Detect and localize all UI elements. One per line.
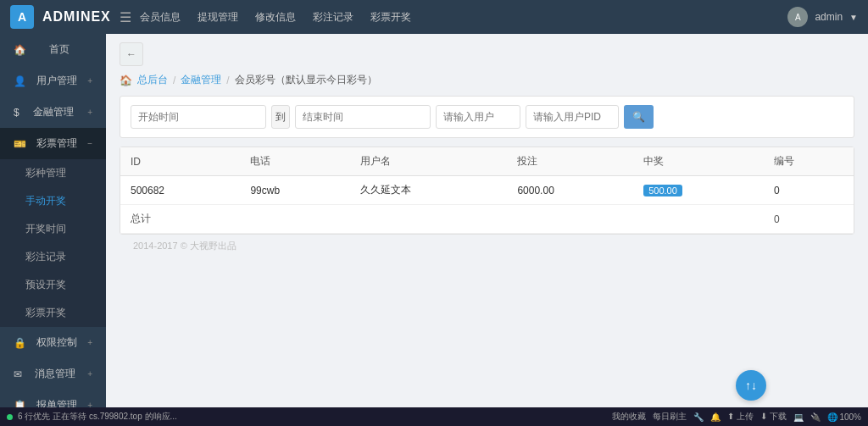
sidebar-item-label: 消息管理 bbox=[35, 367, 75, 381]
message-icon: ✉ bbox=[14, 368, 22, 380]
total-label: 总计 bbox=[120, 205, 240, 234]
admin-name: admin bbox=[815, 11, 843, 23]
nav-item-members[interactable]: 会员信息 bbox=[140, 10, 181, 25]
back-button[interactable]: ← bbox=[120, 42, 143, 66]
search-button[interactable]: 🔍 bbox=[624, 105, 654, 129]
lottery-icon: 🎫 bbox=[14, 138, 26, 150]
col-bet: 投注 bbox=[507, 147, 633, 176]
pid-input[interactable] bbox=[526, 105, 619, 129]
statusbar-refresh[interactable]: 每日刷主 bbox=[653, 411, 687, 423]
search-icon: 🔍 bbox=[632, 111, 645, 123]
lock-icon: 🔒 bbox=[14, 337, 26, 349]
data-table-wrapper: ID 电话 用户名 投注 中奖 编号 500682 99cwb 久久延文本 bbox=[120, 147, 854, 235]
finance-icon: $ bbox=[14, 107, 19, 119]
to-label: 到 bbox=[271, 105, 290, 129]
sidebar-item-draw-time[interactable]: 开奖时间 bbox=[0, 215, 106, 243]
sidebar-item-users[interactable]: 👤 用户管理 + bbox=[0, 65, 106, 97]
statusbar-zoom[interactable]: 🌐 100% bbox=[827, 412, 861, 422]
statusbar-tools-icon[interactable]: 🔧 bbox=[693, 412, 704, 422]
statusbar: 6 行优先 正在等待 cs.799802.top 的响应... 我的收藏 每日刷… bbox=[0, 407, 868, 426]
sidebar-item-finance[interactable]: $ 金融管理 + bbox=[0, 97, 106, 128]
sidebar-item-orders[interactable]: 📋 报单管理 + bbox=[0, 390, 106, 407]
sidebar-item-lottery[interactable]: 🎫 彩票管理 − bbox=[0, 128, 106, 159]
total-row: 总计 0 bbox=[120, 205, 854, 234]
statusbar-notify-icon[interactable]: 🔔 bbox=[710, 412, 721, 422]
table-header-row: ID 电话 用户名 投注 中奖 编号 bbox=[120, 147, 854, 176]
content-area: ← 🏠 总后台 / 金融管理 / 会员彩号（默认显示今日彩号） 到 🔍 bbox=[106, 34, 868, 407]
col-id: ID bbox=[120, 147, 240, 176]
sidebar-item-home[interactable]: 🏠 首页 bbox=[0, 34, 106, 65]
expand-icon: − bbox=[87, 139, 92, 148]
sidebar-item-label: 报单管理 bbox=[36, 398, 77, 407]
sidebar-item-label: 彩票管理 bbox=[36, 136, 77, 151]
topbar-right: A admin ▼ bbox=[787, 7, 858, 27]
float-icon: ↑↓ bbox=[745, 379, 757, 392]
breadcrumb-parent[interactable]: 金融管理 bbox=[181, 73, 221, 87]
start-date-input[interactable] bbox=[131, 105, 266, 129]
statusbar-monitor-icon[interactable]: 💻 bbox=[793, 412, 804, 422]
breadcrumb-current: 会员彩号（默认显示今日彩号） bbox=[235, 73, 377, 87]
expand-icon: + bbox=[87, 338, 92, 347]
sidebar-item-permissions[interactable]: 🔒 权限控制 + bbox=[0, 327, 106, 358]
expand-icon: + bbox=[87, 401, 92, 407]
col-phone: 电话 bbox=[240, 147, 350, 176]
breadcrumb-home-icon: 🏠 bbox=[120, 75, 132, 86]
top-nav: 会员信息 提现管理 修改信息 彩注记录 彩票开奖 bbox=[140, 10, 411, 25]
hamburger-icon[interactable]: ☰ bbox=[120, 9, 131, 25]
statusbar-status-text: 6 行优先 正在等待 cs.799802.top 的响应... bbox=[18, 411, 177, 423]
col-win: 中奖 bbox=[633, 147, 764, 176]
filter-bar: 到 🔍 bbox=[120, 96, 854, 138]
topbar: A ADMINEX ☰ 会员信息 提现管理 修改信息 彩注记录 彩票开奖 A a… bbox=[0, 0, 868, 34]
col-username: 用户名 bbox=[350, 147, 507, 176]
table-row: 500682 99cwb 久久延文本 6000.00 500.00 0 bbox=[120, 176, 854, 205]
cell-id: 500682 bbox=[120, 176, 240, 205]
statusbar-download[interactable]: ⬇ 下载 bbox=[760, 411, 787, 423]
win-badge: 500.00 bbox=[643, 185, 682, 196]
sidebar-item-messages[interactable]: ✉ 消息管理 + bbox=[0, 358, 106, 390]
cell-win: 500.00 bbox=[633, 176, 764, 205]
statusbar-favorites[interactable]: 我的收藏 bbox=[612, 411, 646, 423]
nav-item-records[interactable]: 彩注记录 bbox=[313, 10, 353, 25]
chevron-down-icon[interactable]: ▼ bbox=[849, 13, 858, 22]
sidebar-item-preset-draw[interactable]: 预设开奖 bbox=[0, 271, 106, 299]
sidebar-item-label: 权限控制 bbox=[36, 335, 77, 350]
expand-icon: + bbox=[87, 108, 92, 117]
cell-bet: 6000.00 bbox=[507, 176, 633, 205]
sidebar-item-lottery-draw[interactable]: 彩票开奖 bbox=[0, 299, 106, 327]
data-table: ID 电话 用户名 投注 中奖 编号 500682 99cwb 久久延文本 bbox=[120, 147, 854, 234]
nav-item-withdraw[interactable]: 提现管理 bbox=[198, 10, 238, 25]
sidebar-item-label: 用户管理 bbox=[36, 74, 77, 88]
col-number: 编号 bbox=[764, 147, 854, 176]
sidebar-item-manual-draw[interactable]: 手动开奖 bbox=[0, 187, 106, 215]
status-dot bbox=[7, 414, 13, 420]
float-action-button[interactable]: ↑↓ bbox=[736, 370, 766, 401]
nav-item-edit[interactable]: 修改信息 bbox=[255, 10, 296, 25]
users-icon: 👤 bbox=[14, 75, 26, 87]
sidebar-item-bet-records[interactable]: 彩注记录 bbox=[0, 243, 106, 271]
statusbar-right: 我的收藏 每日刷主 🔧 🔔 ⬆ 上传 ⬇ 下载 💻 🔌 🌐 100% bbox=[612, 411, 861, 423]
statusbar-plugin-icon[interactable]: 🔌 bbox=[810, 412, 821, 422]
statusbar-left: 6 行优先 正在等待 cs.799802.top 的响应... bbox=[7, 411, 177, 423]
expand-icon: + bbox=[87, 369, 92, 379]
avatar: A bbox=[787, 7, 808, 27]
user-input[interactable] bbox=[436, 105, 520, 129]
logo-text: ADMINEX bbox=[42, 9, 111, 25]
content-inner: ← 🏠 总后台 / 金融管理 / 会员彩号（默认显示今日彩号） 到 🔍 bbox=[106, 34, 868, 266]
end-date-input[interactable] bbox=[295, 105, 431, 129]
sidebar-item-label: 首页 bbox=[49, 42, 70, 57]
nav-item-lottery[interactable]: 彩票开奖 bbox=[370, 10, 411, 25]
sidebar-submenu-lottery: 彩种管理 手动开奖 开奖时间 彩注记录 预设开奖 彩票开奖 bbox=[0, 159, 106, 327]
footer-credit: 2014-2017 © 大视野出品 bbox=[120, 235, 854, 257]
statusbar-upload[interactable]: ⬆ 上传 bbox=[727, 411, 754, 423]
logo-icon: A bbox=[10, 5, 34, 29]
sidebar-item-label: 金融管理 bbox=[33, 105, 74, 119]
cell-number: 0 bbox=[764, 176, 854, 205]
breadcrumb-home[interactable]: 总后台 bbox=[137, 73, 168, 87]
sidebar: 🏠 首页 👤 用户管理 + $ 金融管理 + 🎫 彩票管理 − 彩种管理 手动开… bbox=[0, 34, 106, 407]
cell-phone: 99cwb bbox=[240, 176, 350, 205]
topbar-left: A ADMINEX ☰ 会员信息 提现管理 修改信息 彩注记录 彩票开奖 bbox=[10, 5, 411, 29]
main-wrapper: 🏠 首页 👤 用户管理 + $ 金融管理 + 🎫 彩票管理 − 彩种管理 手动开… bbox=[0, 34, 868, 407]
sidebar-item-lottery-types[interactable]: 彩种管理 bbox=[0, 159, 106, 187]
breadcrumb: 🏠 总后台 / 金融管理 / 会员彩号（默认显示今日彩号） bbox=[120, 73, 854, 87]
total-number: 0 bbox=[764, 205, 854, 234]
